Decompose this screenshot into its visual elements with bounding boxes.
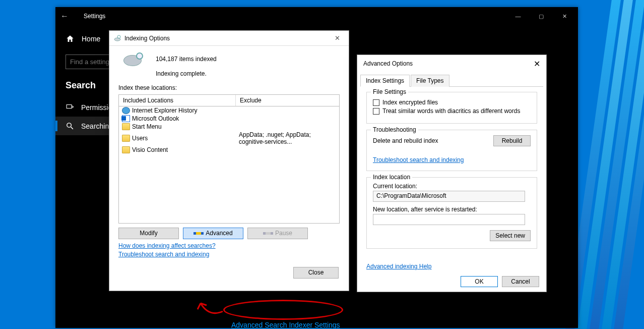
outlook-icon <box>122 115 130 122</box>
location-name: Internet Explorer History <box>132 107 197 114</box>
current-location-label: Current location: <box>373 183 531 190</box>
pause-button-label: Pause <box>275 230 292 237</box>
troubleshooting-group: Troubleshooting Delete and rebuild index… <box>366 130 537 171</box>
home-icon <box>66 34 75 43</box>
new-location-label: New location, after service is restarted… <box>373 206 531 213</box>
home-label: Home <box>82 35 100 43</box>
location-name: Microsoft Outlook <box>132 115 179 122</box>
file-settings-group: File Settings Index encrypted files Trea… <box>366 92 537 124</box>
checkbox-label: Index encrypted files <box>382 99 438 106</box>
advanced-help-link[interactable]: Advanced indexing Help <box>366 263 431 270</box>
advanced-button[interactable]: Advanced <box>183 228 243 239</box>
svg-point-1 <box>67 123 72 128</box>
troubleshoot-link[interactable]: Troubleshoot search and indexing <box>373 156 464 163</box>
checkbox-icon <box>373 108 379 115</box>
list-item[interactable]: Internet Explorer History <box>119 106 339 115</box>
indexing-close-button[interactable]: Close <box>293 267 339 279</box>
index-location-heading: Index location <box>371 174 412 181</box>
locations-label: Index these locations: <box>118 84 342 91</box>
search-icon <box>66 122 74 130</box>
indexing-large-icon <box>118 55 147 66</box>
ok-button[interactable]: OK <box>461 276 498 287</box>
advanced-titlebar: Advanced Options ✕ <box>357 55 546 72</box>
col-exclude: Exclude <box>236 95 339 106</box>
rebuild-label: Delete and rebuild index <box>373 137 438 144</box>
checkbox-encrypted[interactable]: Index encrypted files <box>373 99 531 106</box>
list-item[interactable]: UsersAppData; .nuget; AppData; cognitive… <box>119 131 339 146</box>
ie-icon <box>122 107 130 114</box>
tab-file-types[interactable]: File Types <box>411 75 449 87</box>
pause-button: Pause <box>247 228 308 239</box>
location-name: Users <box>132 135 148 142</box>
file-settings-heading: File Settings <box>371 88 408 95</box>
advanced-tabs: Index Settings File Types <box>360 74 543 87</box>
advanced-title: Advanced Options <box>363 60 413 67</box>
back-button[interactable]: ← <box>57 12 72 21</box>
advanced-button-label: Advanced <box>206 230 232 237</box>
maximize-button[interactable]: ▢ <box>530 8 553 24</box>
indexing-app-icon <box>113 34 121 42</box>
settings-titlebar: ← Settings — ▢ ✕ <box>55 7 578 25</box>
folder-icon <box>122 135 130 142</box>
checkbox-label: Treat similar words with diacritics as d… <box>382 107 520 115</box>
advanced-close-x[interactable]: ✕ <box>534 59 540 69</box>
svg-line-2 <box>71 127 73 129</box>
advanced-options-dialog: Advanced Options ✕ Index Settings File T… <box>357 54 547 292</box>
exclude-value: AppData; .nuget; AppData; cognitive-serv… <box>236 131 339 146</box>
locations-list[interactable]: Included Locations Exclude Internet Expl… <box>118 94 340 224</box>
indexing-close-x[interactable]: ✕ <box>330 34 345 42</box>
settings-title: Settings <box>84 13 105 20</box>
indexing-titlebar: Indexing Options ✕ <box>109 31 349 46</box>
items-indexed: 104,187 items indexed <box>156 55 217 64</box>
exclude-value <box>236 146 339 154</box>
folder-icon <box>122 123 130 130</box>
close-button[interactable]: ✕ <box>553 8 576 24</box>
exclude-value <box>236 123 339 131</box>
rebuild-button[interactable]: Rebuild <box>493 135 531 146</box>
shield-icon <box>263 232 273 235</box>
checkbox-icon <box>373 99 379 106</box>
list-header: Included Locations Exclude <box>119 95 339 106</box>
indexing-options-dialog: Indexing Options ✕ 104,187 items indexed… <box>109 30 349 291</box>
current-location-field: C:\ProgramData\Microsoft <box>373 191 525 202</box>
troubleshooting-heading: Troubleshooting <box>371 126 418 133</box>
folder-icon <box>122 146 130 153</box>
exclude-value <box>236 106 339 115</box>
troubleshoot-link[interactable]: Troubleshoot search and indexing <box>118 251 340 258</box>
location-name: Visio Content <box>132 146 168 153</box>
cancel-button[interactable]: Cancel <box>502 276 539 287</box>
index-location-group: Index location Current location: C:\Prog… <box>366 177 537 249</box>
indexing-title: Indexing Options <box>124 35 170 42</box>
checkbox-diacritics[interactable]: Treat similar words with diacritics as d… <box>373 107 531 115</box>
svg-rect-0 <box>67 105 72 108</box>
new-location-field[interactable] <box>373 214 525 225</box>
list-item[interactable]: Microsoft Outlook <box>119 115 339 123</box>
tab-index-settings[interactable]: Index Settings <box>360 75 410 87</box>
location-name: Start Menu <box>132 123 162 130</box>
list-item[interactable]: Start Menu <box>119 123 339 131</box>
shield-icon <box>194 232 204 235</box>
exclude-value <box>236 115 339 123</box>
permissions-icon <box>66 103 74 112</box>
select-new-button[interactable]: Select new <box>490 230 531 241</box>
minimize-button[interactable]: — <box>506 8 530 24</box>
how-indexing-link[interactable]: How does indexing affect searches? <box>118 242 340 249</box>
col-included: Included Locations <box>119 95 236 106</box>
list-item[interactable]: Visio Content <box>119 146 339 154</box>
modify-button[interactable]: Modify <box>118 228 179 239</box>
indexing-status: Indexing complete. <box>156 70 217 78</box>
advanced-indexer-link[interactable]: Advanced Search Indexer Settings <box>231 321 340 329</box>
